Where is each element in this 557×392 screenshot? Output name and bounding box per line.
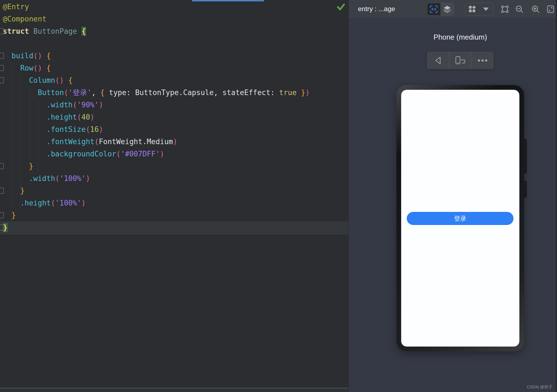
fold-marker-icon[interactable] <box>0 224 4 231</box>
frame-select-button[interactable] <box>498 3 511 16</box>
rotate-device-button[interactable] <box>449 52 471 69</box>
phone-mockup: 登录 <box>396 85 524 351</box>
code-line: Row() { <box>0 62 348 74</box>
fit-screen-icon <box>547 5 554 13</box>
fold-marker-icon[interactable] <box>0 163 4 169</box>
code-line: .width('90%') <box>0 99 348 111</box>
fold-marker-icon[interactable] <box>0 28 4 34</box>
code-line: @Component <box>0 13 348 25</box>
code-line: } <box>0 209 348 221</box>
component-picker-group <box>465 3 493 16</box>
fold-marker-icon[interactable] <box>0 53 4 59</box>
zoom-in-icon <box>532 5 539 13</box>
fold-marker-icon[interactable] <box>0 65 4 71</box>
code-area[interactable]: @Entry@Componentstruct ButtonPage { buil… <box>0 1 348 234</box>
code-line: .width('100%') <box>0 172 348 185</box>
analysis-ok-check-icon[interactable] <box>337 3 345 11</box>
zoom-out-icon <box>515 5 523 13</box>
components-grid-icon <box>469 6 476 13</box>
preview-mode-button[interactable] <box>427 3 440 15</box>
editor-bottom-divider <box>0 388 348 392</box>
code-line <box>0 37 348 50</box>
back-button[interactable] <box>427 52 449 69</box>
previewer-header: entry : ...age <box>349 0 557 18</box>
code-line: .backgroundColor('#007DFF') <box>0 148 348 160</box>
layers-icon <box>443 6 451 13</box>
phone-screen: 登录 <box>401 90 519 347</box>
preview-toolbar <box>427 52 494 69</box>
frame-icon <box>501 6 508 13</box>
watermark: CSDN @郑子 <box>527 384 553 390</box>
fold-marker-icon[interactable] <box>0 212 4 218</box>
components-button[interactable] <box>465 3 479 15</box>
zoom-in-button[interactable] <box>529 3 542 16</box>
more-options-button[interactable] <box>471 52 494 69</box>
code-line: .height(40) <box>0 111 348 123</box>
code-line: } <box>0 185 348 197</box>
ide-window: { "editor": { "caret_line": 18, "fold_ma… <box>0 0 557 392</box>
zoom-out-button[interactable] <box>513 3 526 16</box>
fit-to-window-button[interactable] <box>544 3 557 16</box>
code-line: .height('100%') <box>0 197 348 209</box>
code-editor-pane: @Entry@Componentstruct ButtonPage { buil… <box>0 0 348 392</box>
preview-eye-icon <box>430 5 438 13</box>
back-triangle-icon <box>434 56 442 65</box>
code-line: build() { <box>0 50 348 62</box>
previewer-panel: entry : ...age <box>348 0 557 392</box>
code-line: @Entry <box>0 1 348 13</box>
inspector-mode-button[interactable] <box>440 3 454 15</box>
device-dropdown-button[interactable] <box>479 3 493 15</box>
code-line: } <box>0 160 348 172</box>
code-line: struct ButtonPage { <box>0 25 348 37</box>
code-line: Button('登录', { type: ButtonType.Capsule,… <box>0 86 348 99</box>
previewer-title: entry : ...age <box>358 0 395 18</box>
code-line: .fontSize(16) <box>0 123 348 135</box>
fold-marker-icon[interactable] <box>0 77 4 83</box>
rotate-device-icon <box>455 56 466 65</box>
code-line: Column() { <box>0 74 348 86</box>
phone-volume-button <box>524 139 527 174</box>
panel-scrollbar-track[interactable] <box>556 0 557 392</box>
preview-mode-switch <box>427 3 454 16</box>
code-line: } <box>0 221 348 234</box>
code-line: .fontWeight(FontWeight.Medium) <box>0 135 348 148</box>
fold-marker-icon[interactable] <box>0 188 4 194</box>
device-label: Phone (medium) <box>405 33 516 42</box>
chevron-down-icon <box>483 7 489 11</box>
phone-power-button <box>524 181 527 198</box>
ellipsis-icon <box>478 59 488 62</box>
login-button[interactable]: 登录 <box>407 212 514 225</box>
